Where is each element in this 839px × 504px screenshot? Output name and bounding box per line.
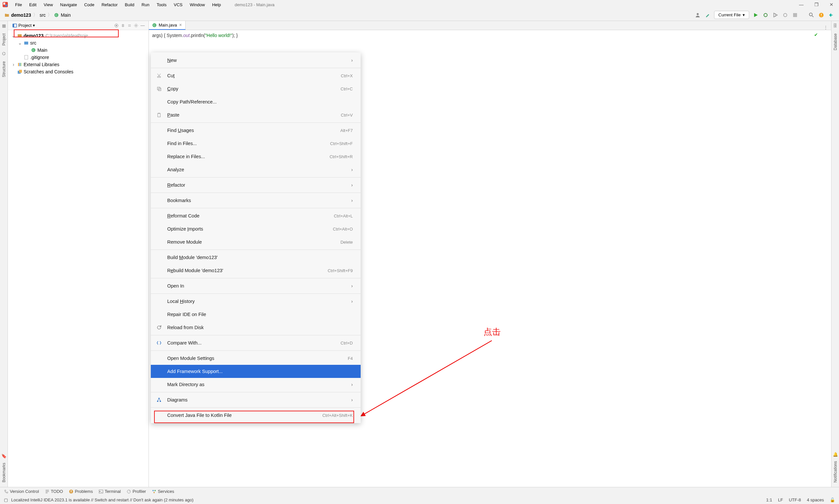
project-tab[interactable]: Project (2, 32, 6, 47)
context-menu-item[interactable]: Optimize ImportsCtrl+Alt+O (151, 222, 361, 235)
tree-external[interactable]: › External Libraries (8, 61, 149, 68)
context-menu-item[interactable]: Copy Path/Reference... (151, 95, 361, 108)
search-icon[interactable] (808, 12, 815, 18)
database-tab[interactable]: Database (833, 32, 838, 51)
hide-icon[interactable]: — (139, 22, 146, 29)
menu-edit[interactable]: Edit (26, 1, 40, 8)
indent[interactable]: 4 spaces (807, 498, 824, 502)
context-menu-item[interactable]: Remove ModuleDelete (151, 235, 361, 249)
menu-code[interactable]: Code (81, 1, 98, 8)
inspections-ok-icon[interactable]: ✔ (814, 32, 818, 37)
codewithme-icon[interactable] (828, 12, 834, 18)
context-menu-label: Remove Module (167, 239, 202, 245)
line-ending[interactable]: LF (778, 498, 783, 502)
context-menu-item[interactable]: CutCtrl+X (151, 69, 361, 82)
tw-terminal[interactable]: Terminal (99, 489, 121, 494)
chevron-right-icon[interactable]: › (11, 62, 16, 67)
breadcrumb[interactable]: demo123 〉 src 〉 C Main (5, 12, 71, 18)
menu-file[interactable]: File (12, 1, 25, 8)
tw-profiler[interactable]: Profiler (126, 489, 146, 494)
tab-overflow-icon[interactable]: ⋮ (820, 25, 831, 30)
tree-root[interactable]: ⌄ demo123 C:\Users\a\IdeaProje (8, 32, 149, 39)
context-menu-item[interactable]: Open In› (151, 280, 361, 292)
cursor-position[interactable]: 1:1 (766, 498, 772, 502)
close-tab-icon[interactable]: ✕ (179, 23, 182, 27)
expand-all-icon[interactable] (120, 22, 126, 29)
chevron-down-icon[interactable]: ⌄ (18, 40, 22, 46)
coverage-icon[interactable] (772, 12, 779, 18)
menu-help[interactable]: Help (209, 1, 224, 8)
context-menu-item[interactable]: Repair IDE on File (151, 308, 361, 321)
tree-gitignore[interactable]: .gitignore (8, 54, 149, 61)
context-menu-item[interactable]: Find in Files...Ctrl+Shift+F (151, 137, 361, 150)
project-view-selector[interactable]: Project ▾ (11, 22, 37, 29)
minimize-button[interactable]: — (794, 0, 809, 9)
menu-view[interactable]: View (40, 1, 56, 8)
menu-navigate[interactable]: Navigate (57, 1, 80, 8)
menu-run[interactable]: Run (138, 1, 153, 8)
gear-icon[interactable] (133, 22, 139, 29)
tw-services[interactable]: Services (152, 489, 174, 494)
bookmarks-tab[interactable]: Bookmarks (2, 462, 6, 484)
context-menu-item[interactable]: Rebuild Module 'demo123'Ctrl+Shift+F9 (151, 264, 361, 277)
context-menu-item[interactable]: Open Module SettingsF4 (151, 352, 361, 365)
breadcrumb-file[interactable]: Main (61, 13, 70, 18)
context-menu-item[interactable]: Reload from Disk (151, 321, 361, 334)
context-menu-item[interactable]: Mark Directory as› (151, 378, 361, 391)
context-menu-item[interactable]: New› (151, 54, 361, 67)
select-opened-icon[interactable] (113, 22, 120, 29)
context-menu-item[interactable]: CopyCtrl+C (151, 82, 361, 95)
maximize-button[interactable]: ❐ (809, 0, 824, 9)
run-icon[interactable] (752, 12, 759, 18)
update-icon[interactable] (818, 12, 825, 18)
context-menu-item[interactable]: Convert Java File to Kotlin FileCtrl+Alt… (151, 409, 361, 422)
context-menu-item[interactable]: Refactor› (151, 179, 361, 192)
context-menu-item[interactable]: Analyze› (151, 163, 361, 176)
debug-icon[interactable] (762, 12, 769, 18)
class-icon: C (31, 48, 36, 53)
menu-build[interactable]: Build (122, 1, 138, 8)
menu-vcs[interactable]: VCS (171, 1, 186, 8)
profile-icon[interactable] (782, 12, 788, 18)
status-icon[interactable]: ▢ (4, 498, 8, 502)
stop-icon[interactable] (792, 12, 798, 18)
run-config-selector[interactable]: Current File ▾ (714, 11, 749, 19)
tw-problems[interactable]: Problems (69, 489, 93, 494)
readonly-lock-icon[interactable]: 🔓 (830, 498, 835, 502)
context-menu-item[interactable]: Reformat CodeCtrl+Alt+L (151, 209, 361, 222)
tab-main[interactable]: C Main.java ✕ (149, 21, 186, 30)
context-menu-item[interactable]: Bookmarks› (151, 194, 361, 207)
structure-tab[interactable]: Structure (2, 60, 6, 78)
context-menu-item[interactable]: PasteCtrl+V (151, 108, 361, 122)
annotation-arrow-icon (357, 337, 495, 419)
context-menu-item[interactable]: Add Framework Support... (151, 365, 361, 378)
tree-main[interactable]: C Main (8, 47, 149, 54)
context-menu[interactable]: New›CutCtrl+XCopyCtrl+CCopy Path/Referen… (151, 52, 361, 423)
tw-todo[interactable]: TODO (45, 489, 63, 494)
menu-refactor[interactable]: Refactor (98, 1, 121, 8)
context-menu-item[interactable]: Diagrams› (151, 393, 361, 407)
breadcrumb-project[interactable]: demo123 (11, 13, 31, 18)
tree-scratches[interactable]: Scratches and Consoles (8, 68, 149, 75)
project-tree[interactable]: ⌄ demo123 C:\Users\a\IdeaProje ⌄ src C M… (8, 30, 149, 77)
tree-src[interactable]: ⌄ src (8, 39, 149, 47)
menu-tools[interactable]: Tools (153, 1, 170, 8)
build-icon[interactable] (704, 12, 711, 18)
context-menu-item[interactable]: Replace in Files...Ctrl+Shift+R (151, 150, 361, 163)
user-icon[interactable] (695, 12, 701, 18)
code-content[interactable]: args) { System.out.println("Hello world!… (152, 33, 828, 38)
notifications-tab[interactable]: Notifications (833, 460, 838, 484)
chevron-down-icon[interactable]: ⌄ (11, 33, 16, 38)
encoding[interactable]: UTF-8 (789, 498, 801, 502)
context-menu-item[interactable]: Build Module 'demo123' (151, 251, 361, 264)
context-menu-item[interactable]: Compare With...Ctrl+D (151, 336, 361, 349)
breadcrumb-folder[interactable]: src (40, 13, 46, 18)
svg-point-7 (784, 14, 787, 17)
context-menu-item[interactable]: Find UsagesAlt+F7 (151, 124, 361, 137)
tw-version-control[interactable]: Version Control (4, 489, 39, 494)
collapse-all-icon[interactable] (126, 22, 133, 29)
status-message[interactable]: Localized IntelliJ IDEA 2023.1 is availa… (11, 498, 193, 502)
menu-window[interactable]: Window (187, 1, 208, 8)
close-window-button[interactable]: ✕ (824, 0, 839, 9)
context-menu-item[interactable]: Local History› (151, 295, 361, 308)
